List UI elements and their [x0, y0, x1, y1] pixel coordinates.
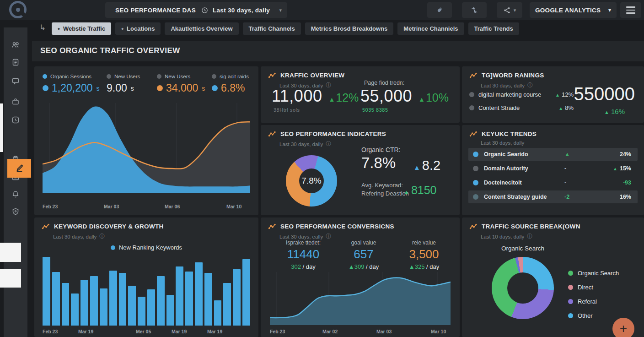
trend-row-organic-searido[interactable]: Organic Searido▲24% [468, 148, 638, 161]
info-icon[interactable]: ⓘ [326, 140, 331, 148]
plug-tool-button[interactable] [427, 2, 452, 18]
metric-unit: s [202, 85, 205, 92]
panel-conversions: SEO PERFORMANCE CONVERSICNS Last 30 days… [261, 217, 460, 337]
keyword-bar-chart [43, 257, 250, 326]
metric-unit: s [97, 85, 100, 92]
big-stat-value: 550000 [574, 84, 635, 104]
chart-legend: Organic SearchDirectReferalOther [568, 266, 619, 323]
date-range-dropdown[interactable]: Last 30 days, daily ▾ [196, 2, 287, 18]
bar [100, 288, 107, 326]
sidebar-item-pages[interactable] [4, 57, 27, 68]
bullet-icon [469, 105, 474, 110]
legend-item-referal: Referal [568, 294, 619, 309]
trend-row-content-strategy-guide[interactable]: Content Strategy guide-216% [468, 190, 638, 203]
sidebar-item-history[interactable] [4, 114, 27, 125]
big-stat-delta: ▲16% [604, 108, 625, 115]
document-icon [11, 58, 20, 66]
trend-icon [268, 223, 276, 230]
bar [43, 257, 50, 326]
keyword-label-2: Refering Deastion [361, 190, 409, 197]
stat-caption: 5035 8385 [360, 107, 449, 113]
panel-kraffic-overview: KRAFFIC OVERVIEW Last 30 days, dailyⓘ Pa… [261, 66, 460, 123]
tab-label: Akautlettics Overview [171, 25, 232, 32]
report-title-dropdown[interactable]: SEO PERFORMANCE DASHOIBARD ▾ [105, 2, 202, 18]
panel-traffic-source: TRAFFIC SOURCE BREAK(OWN Last 10 days, d… [462, 217, 644, 337]
sidebar-item-alerts[interactable] [4, 189, 27, 200]
bar [138, 297, 145, 326]
legend-label: Organic Search [578, 270, 619, 277]
tab-label: Traffic Trends [474, 25, 513, 32]
chevron-down-icon: ▾ [608, 7, 611, 13]
bell-icon [11, 190, 20, 198]
tab-locations[interactable]: •Locations [115, 22, 161, 35]
users-icon [11, 41, 20, 49]
up-triangle-icon: ▲ [419, 96, 425, 103]
pencil-icon [15, 164, 24, 173]
info-icon[interactable]: ⓘ [527, 233, 532, 240]
app-logo-icon[interactable] [9, 1, 27, 18]
x-axis-label: Mar 10 [226, 204, 242, 209]
tab-webstie-traffic[interactable]: •Webstie Traffic [52, 22, 111, 35]
bar [223, 283, 231, 326]
panel-keyword-trends: KEYUKC TRENDS Last 30 days, dally Organi… [462, 125, 644, 215]
bar [90, 276, 98, 326]
bar [242, 259, 250, 326]
tab-label: Locations [127, 25, 155, 32]
bar [214, 300, 222, 326]
x-axis-label: Mar 19 [207, 329, 222, 334]
tab-bullet-icon: • [58, 26, 60, 32]
up-triangle-icon: ▲ [604, 109, 609, 115]
sidebar-item-users[interactable] [4, 39, 27, 50]
metric-summary-row: Organic Sessions1,20,200sNew Users9.00sN… [34, 74, 258, 100]
tab-traffic-channels[interactable]: Traffic Channels [243, 22, 301, 35]
trend-icon [469, 131, 478, 137]
tab-metrics-brosd-breakdowns[interactable]: Metrics Brosd Breakdowns [305, 22, 394, 35]
sidebar-item-projects[interactable] [4, 96, 27, 107]
organic-traffic-area-chart [43, 103, 250, 193]
stat-delta: ▲12% [328, 91, 359, 104]
trend-icon [469, 223, 478, 230]
trend-mid-value: - [564, 165, 566, 172]
list-item[interactable]: digital marketing course ▲12% [469, 88, 574, 101]
legend-dot-icon [568, 313, 573, 318]
legend-dot-icon [568, 271, 573, 276]
legend-dot-icon [107, 74, 111, 79]
section-header: SEO ORGANIC TRAFFIC OVERVIEW [32, 41, 644, 61]
tab-bullet-icon: • [121, 26, 123, 32]
bar [119, 273, 127, 326]
stat-sessions: 11,000 ▲12% 38Htrl sols [272, 87, 359, 113]
bar [109, 271, 117, 326]
tab-metrince-channiels[interactable]: Metrince Channiels [397, 22, 464, 35]
legend-dot-icon [568, 299, 573, 304]
add-button[interactable]: + [612, 318, 634, 337]
x-axis-label: Mer 05 [136, 329, 151, 334]
x-axis: Feb 23Mar 02Mar 03Mar 10 [270, 329, 451, 335]
metric-unit: s [131, 85, 134, 92]
x-axis-label: Mar 19 [78, 329, 93, 334]
brush-tool-button[interactable] [462, 2, 487, 18]
conversions-area-chart [270, 272, 451, 325]
panel-title: KEYUKC TRENDS [482, 130, 537, 137]
sidebar-item-comments[interactable] [4, 76, 27, 87]
list-item[interactable]: Content Straide ▲8% [469, 101, 574, 114]
bar [80, 280, 88, 326]
trend-row-domain-autority[interactable]: Domain Autority-▲15% [468, 162, 638, 175]
tab-akautlettics-overview[interactable]: Akautlettics Overview [165, 22, 238, 35]
menu-button[interactable] [620, 2, 641, 18]
x-axis-label: Feb 23 [43, 329, 58, 334]
panel-performance-indicators: SEO PERFORMANCE INDICATERS Last 30 days,… [261, 125, 460, 215]
trend-mid-value: - [564, 179, 566, 186]
metric-value: 1,20,200 [52, 82, 93, 94]
info-icon[interactable]: ⓘ [99, 233, 105, 240]
legend-dot-icon [43, 74, 47, 79]
sidebar-item-security[interactable] [4, 206, 27, 217]
bar [185, 272, 193, 326]
data-source-dropdown[interactable]: GOOGLE ANALYTICS ▾ [530, 2, 617, 18]
bar [166, 295, 174, 326]
sidebar-item-edit-active[interactable] [7, 159, 31, 178]
trend-row-docteinecltoit[interactable]: Docteinecltoit--93 [468, 176, 638, 189]
share-button[interactable]: ▾ [497, 2, 522, 18]
value-dot-icon [43, 85, 48, 91]
tab-traffic-trends[interactable]: Traffic Trends [468, 22, 519, 35]
legend-dot-icon [473, 194, 478, 200]
